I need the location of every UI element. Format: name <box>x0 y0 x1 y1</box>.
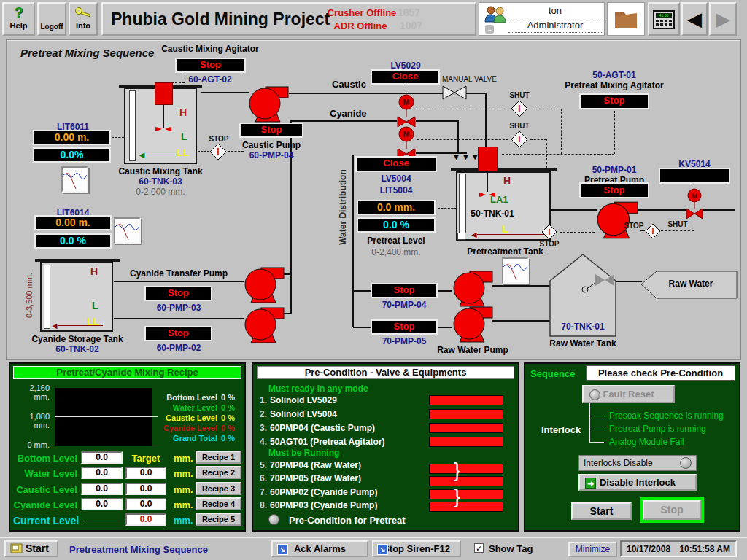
help-button[interactable]: ? Help <box>2 2 35 36</box>
sequence-status: Please check Pre-Condition <box>586 365 735 381</box>
ack-alarms-button[interactable]: ↘ Ack Alarms <box>271 540 368 557</box>
page-title: Phubia Gold Mining Project <box>111 9 330 29</box>
prev-page-button[interactable]: ◀ <box>681 2 708 36</box>
pretreat-agitator-tag: 50-AGT-01 <box>563 70 665 80</box>
recipe-row1-label: Bottom Level <box>13 453 77 464</box>
recipe-row3-value1[interactable]: 0.0 <box>81 483 123 495</box>
time-display: 10:51:58 AM <box>679 544 730 554</box>
recipe-row4-value1[interactable]: 0.0 <box>81 498 123 510</box>
user-name: ton <box>508 5 602 18</box>
recipe-row4-unit: mm. <box>174 499 193 510</box>
recipe-row5-value[interactable]: 0.0 <box>125 513 166 526</box>
recipe-row2-value2[interactable]: 0.0 <box>125 467 166 479</box>
cyanide-transfer-label: Cyanide Transfer Pump <box>124 268 233 279</box>
info-button[interactable]: Info <box>69 2 98 36</box>
interlock-item-3: Analog Module Fail <box>609 437 684 447</box>
pipe-tank-to-causticpump <box>201 92 249 93</box>
logoff-button[interactable]: Logoff <box>37 2 66 36</box>
precondition-title: Pre-Condition - Valve & Equipments <box>257 366 514 379</box>
pmp03-status[interactable]: Stop <box>144 286 212 301</box>
recipe-row3-value2[interactable]: 0.0 <box>125 483 166 495</box>
pmp70-04-status[interactable]: Stop <box>371 283 438 298</box>
recipe-row1-unit: mm. <box>174 453 193 464</box>
pipe-caustic-1 <box>289 93 443 94</box>
legend-water-label: Water Level <box>158 403 217 412</box>
pc-item7-num: 7. <box>257 487 267 497</box>
pipe-caustic-2 <box>466 93 487 94</box>
pc-item7-label: 60PMP02 (Cyanide Pump) <box>270 487 377 497</box>
caustic-tank-name: Caustic Mixing Tank <box>106 166 215 176</box>
help-icon: ? <box>4 4 34 21</box>
svg-text:I: I <box>548 228 550 236</box>
caustic-agitator-status[interactable]: Stop <box>175 58 246 73</box>
shut1-label: SHUT <box>508 91 531 99</box>
show-tag-checkbox[interactable]: ✓ <box>474 543 484 553</box>
sequence-stop-button[interactable]: Stop <box>643 500 701 520</box>
interlocks-disable-bar: Interlocks Disable <box>578 455 697 471</box>
pretreat-pump-status[interactable]: Stop <box>579 182 649 198</box>
lit6011-trend-icon[interactable] <box>61 166 88 192</box>
lit6014-percent: 0.0 % <box>34 233 112 249</box>
taskbar-sequence-name: Pretreatment Mixing Sequence <box>69 544 208 555</box>
cyanide-tank-h: H <box>90 265 98 277</box>
dash-shut1-down <box>561 109 562 154</box>
recipe-chart <box>55 388 152 446</box>
pc-item4-label: 50AGT01 (Pretreat Agitator) <box>270 437 385 447</box>
pretreat-trend-icon[interactable] <box>502 257 529 284</box>
interlock-item-2: Pretreat Pump is running <box>609 424 706 434</box>
dash-lit6011 <box>112 137 124 138</box>
legend-cyanide-label: Cyanide Level <box>158 424 217 432</box>
kv5014-status[interactable] <box>659 168 730 184</box>
disable-interlock-button[interactable]: ➜ Disable Interlock <box>578 474 697 491</box>
pmp70-05-status[interactable]: Stop <box>371 319 438 335</box>
next-page-button[interactable]: ▶ <box>709 2 737 36</box>
start-label-mid: a <box>36 542 42 554</box>
user-role: Administrator <box>508 20 602 33</box>
svg-text:M: M <box>692 192 697 200</box>
sequence-stop-highlight: Stop <box>640 497 704 523</box>
pmp02-status[interactable]: Stop <box>144 326 212 341</box>
pretreat-pump-icon <box>595 201 638 239</box>
minimize-button[interactable]: Minimize <box>568 542 617 557</box>
fault-reset-button[interactable]: Fault Reset <box>582 385 675 403</box>
user-panel[interactable]: → ton Administrator <box>479 2 605 36</box>
legend-cyanide-value: 0 % <box>221 424 235 432</box>
pretreat-agitator-status[interactable]: Stop <box>579 93 649 109</box>
folder-button[interactable] <box>607 2 645 36</box>
caustic-pump-name: Caustic Pump <box>228 140 315 150</box>
caustic-agitator-impeller <box>155 125 171 133</box>
recipe-1-button[interactable]: Recipe 1 <box>196 451 241 464</box>
recipe-row2-label: Water Level <box>13 468 77 479</box>
interlocks-disable-radio[interactable] <box>680 457 692 469</box>
recipe-target-label: Target <box>125 453 166 464</box>
caustic-pump-status[interactable]: Stop <box>239 122 303 138</box>
sequence-start-button[interactable]: Start <box>571 502 632 520</box>
stop-siren-button[interactable]: ↘ Stop Siren-F12 <box>372 540 461 557</box>
pipe-cyntank-1 <box>114 281 244 282</box>
recipe-row4-value2[interactable]: 0.0 <box>125 498 166 510</box>
cyanide-line-label: Cyanide <box>330 108 367 119</box>
cyanide-tank-gauge <box>44 265 50 329</box>
recipe-row2-value1[interactable]: 0.0 <box>81 467 123 479</box>
recipe-5-button[interactable]: Recipe 5 <box>196 513 241 526</box>
lv5029-status[interactable]: Close <box>371 69 440 85</box>
taskbar-start-button[interactable]: Start <box>4 540 58 557</box>
lit6014-trend-icon[interactable] <box>114 217 141 244</box>
caustic-tank-l: L <box>181 131 187 142</box>
raw-tank-valve-icon <box>581 273 620 293</box>
recipe-3-button[interactable]: Recipe 3 <box>196 482 241 495</box>
calculator-button[interactable]: 41.00 <box>648 2 680 36</box>
caustic-pump-icon <box>247 86 289 122</box>
recipe-chart-baseline <box>50 446 158 446</box>
pipe-cyntank-2 <box>114 318 244 319</box>
pretreat-agitator-name: Pretreat Mixing Agitator <box>556 80 673 90</box>
recipe-row5-unit: mm. <box>174 515 193 526</box>
recipe-row1-value1[interactable]: 0.0 <box>81 451 123 464</box>
pc-item1-indicator <box>429 395 503 405</box>
lv5004-status[interactable]: Close <box>355 156 437 172</box>
recipe-4-button[interactable]: Recipe 4 <box>196 497 241 510</box>
date-display: 10/17/2008 <box>627 544 670 554</box>
pretreat-tank-h: H <box>503 175 511 187</box>
recipe-2-button[interactable]: Recipe 2 <box>196 466 241 479</box>
pretreat-tank-la1: LA1 <box>490 194 508 205</box>
